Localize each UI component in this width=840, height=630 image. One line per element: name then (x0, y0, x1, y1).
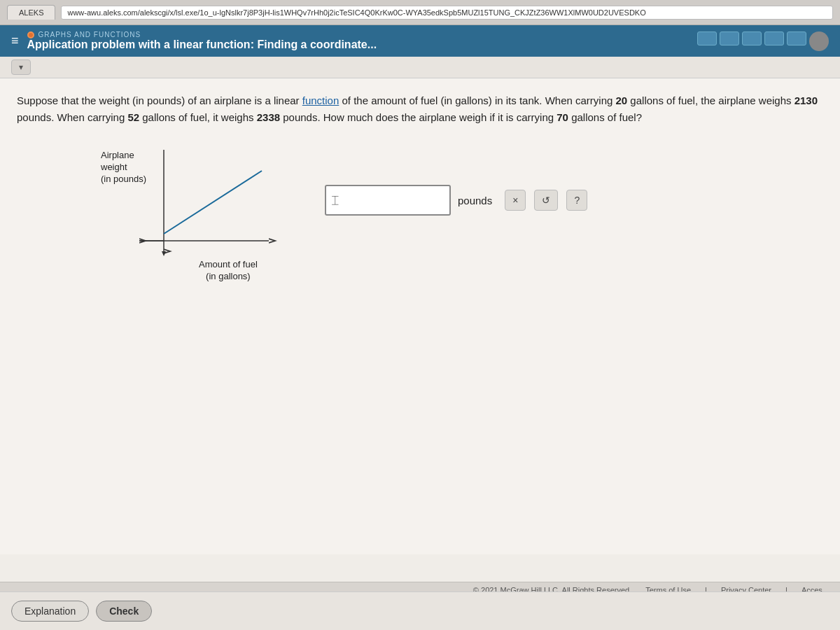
y-axis-label: Airplane weight (in pounds) (101, 150, 146, 186)
x-axis-label: Amount of fuel (in gallons) (199, 259, 258, 283)
footer: Explanation Check (0, 592, 840, 630)
help-button[interactable]: ? (566, 190, 587, 211)
header-category: GRAPHS AND FUNCTIONS (27, 31, 377, 38)
main-content: Suppose that the weight (in pounds) of a… (0, 78, 840, 554)
app-header: ≡ GRAPHS AND FUNCTIONS Application probl… (0, 25, 840, 57)
pounds-label: pounds (458, 195, 492, 206)
hamburger-menu-icon[interactable]: ≡ (11, 34, 19, 48)
undo-button[interactable]: ↺ (534, 190, 558, 211)
problem-area: Airplane weight (in pounds) (17, 143, 823, 283)
browser-bar: ALEKS www-awu.aleks.com/alekscgi/x/lsl.e… (0, 0, 840, 25)
circle-icon (27, 31, 34, 38)
header-nav-btn-4[interactable] (764, 31, 784, 46)
explanation-button[interactable]: Explanation (11, 601, 89, 622)
close-button[interactable]: × (505, 190, 526, 211)
page-title: Application problem with a linear functi… (27, 38, 377, 51)
answer-input[interactable] (342, 195, 444, 206)
svg-marker-4 (162, 251, 166, 256)
answer-input-wrapper: ⌶ (325, 185, 451, 216)
user-avatar[interactable] (809, 31, 829, 51)
header-nav-btn-5[interactable] (787, 31, 806, 46)
collapse-button[interactable]: ▾ (11, 59, 31, 75)
collapse-bar: ▾ (0, 57, 840, 78)
answer-area: ⌶ pounds × ↺ ? (325, 185, 587, 216)
graph-container: Airplane weight (in pounds) (101, 143, 297, 283)
function-link[interactable]: function (302, 94, 340, 106)
header-nav-btn-3[interactable] (742, 31, 762, 46)
url-bar[interactable]: www-awu.aleks.com/alekscgi/x/lsl.exe/1o_… (61, 6, 833, 20)
header-nav-btn-1[interactable] (697, 31, 717, 46)
check-button[interactable]: Check (96, 601, 152, 622)
action-buttons: × ↺ ? (505, 190, 587, 211)
header-right (697, 31, 829, 51)
browser-tab[interactable]: ALEKS (7, 5, 55, 20)
header-nav-btn-2[interactable] (720, 31, 739, 46)
header-text: GRAPHS AND FUNCTIONS Application problem… (27, 31, 377, 51)
cursor-icon: ⌶ (332, 194, 339, 206)
svg-line-3 (164, 171, 262, 234)
problem-text: Suppose that the weight (in pounds) of a… (17, 92, 823, 126)
